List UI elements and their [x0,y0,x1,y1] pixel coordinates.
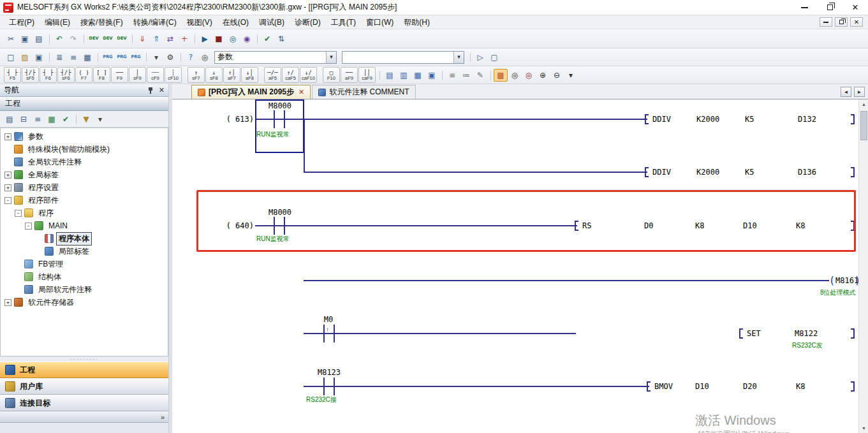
display-setting-dropdown-icon[interactable]: ▾ [149,51,163,64]
monitor-mode-icon[interactable]: ▣ [425,69,439,82]
program-icon-1[interactable]: PRG [101,51,115,64]
tab-device-comment[interactable]: 软元件注释 COMMENT [312,85,415,99]
tree-item[interactable]: - 程序部件 [1,194,168,207]
watch-window-icon[interactable]: ◎ [226,33,240,45]
tree-item[interactable]: FB管理 [1,258,168,270]
minimize-button[interactable] [791,0,817,15]
tree-item[interactable]: + 软元件存储器 [1,296,168,309]
menu-item[interactable]: 工程(P) [4,15,40,29]
filter-dropdown-arrow-icon[interactable]: ▾ [93,113,107,126]
vertical-scrollbar[interactable]: ▲ ▼ [858,99,868,433]
fkey-button[interactable]: ┤/├ sF5 [22,67,39,83]
expander-icon[interactable]: - [4,197,11,204]
filter-icon[interactable]: ▼ [79,113,93,126]
help-icon[interactable]: ? [184,51,198,64]
tree-item[interactable]: - 程序 [1,207,168,219]
fkey-button[interactable]: ↓│ aF8 [241,67,258,83]
menu-item[interactable]: 调试(B) [254,15,290,29]
fkey-button[interactable]: ↑│ aF7 [223,67,240,83]
cut-icon[interactable]: ✂ [4,33,18,45]
tree-item[interactable]: 程序本体 [1,232,168,245]
fkey-button[interactable]: [ ] F8 [93,67,110,83]
fkey-button[interactable]: ┤ ├ F5 [4,67,21,83]
new-project-icon[interactable]: □ [4,51,18,64]
panel-close-icon[interactable]: ✕ [159,87,165,94]
ladder-edit-mode-icon[interactable]: ▤ [383,69,397,82]
tab-scroll-right-button[interactable]: ► [854,87,865,97]
sort-icon[interactable]: ≡ [31,113,45,126]
check-icon[interactable]: ✔ [59,113,73,126]
note-edit-icon[interactable]: ✎ [473,69,487,82]
mdi-close-button[interactable]: ✕ [850,17,863,27]
window-arrange-icon[interactable]: ▢ [487,51,501,64]
navigator-view-button[interactable]: 工程 [0,362,168,378]
expander-icon[interactable]: + [4,184,11,191]
device-display-icon[interactable]: ▦ [80,51,94,64]
fkey-button[interactable]: ┄┄ cF9 [147,67,164,83]
fkey-button[interactable]: ↓ sF8 [205,67,223,83]
fkey-button[interactable]: ( ) F7 [75,67,92,83]
plc-verify-icon[interactable]: ⇄ [163,33,177,45]
expander-icon[interactable]: - [15,210,22,217]
monitor-stop-icon[interactable]: ■ [212,33,226,45]
fkey-button[interactable]: │ sF9 [129,67,146,83]
device-memory-monitor-icon[interactable]: DEV [115,33,129,45]
fkey-button[interactable]: ── F9 [111,67,128,83]
undo-icon[interactable]: ↶ [52,33,66,45]
transfer-setup-icon[interactable]: ⇅ [274,33,288,45]
menu-item[interactable]: 视图(V) [182,15,217,29]
zoom-dropdown-arrow-icon[interactable]: ▾ [564,69,578,82]
tool-setting-icon[interactable]: ⚙ [163,51,177,64]
ladder-display-icon[interactable]: ≣ [52,51,66,64]
project-tree[interactable]: + 参数 特殊模块(智能功能模块) 全局软元件注释 + [0,128,168,356]
comment-edit-icon[interactable]: ≡ [445,69,459,82]
menu-item[interactable]: 窗口(W) [361,15,399,29]
scrollbar-thumb[interactable] [860,111,867,140]
tab-close-icon[interactable]: ✕ [298,88,304,96]
device-test-icon[interactable]: ◉ [240,33,254,45]
menu-item[interactable]: 工具(T) [326,15,361,29]
find-device-icon[interactable]: ◎ [198,51,212,64]
device-comment-page-icon[interactable]: ▷ [473,51,487,64]
navigator-view-button[interactable]: 用户库 [0,378,168,395]
scroll-down-arrow-icon[interactable]: ▼ [859,423,868,433]
collapse-all-icon[interactable]: ⊟ [17,113,31,126]
fkey-button[interactable]: ↑/ caF5 [282,67,299,83]
zoom-find-icon[interactable]: ◎ [508,69,522,82]
tree-item[interactable]: 局部软元件注释 [1,283,168,296]
menu-item[interactable]: 诊断(D) [290,15,326,29]
close-button[interactable]: ✕ [842,0,868,15]
tree-item[interactable]: - MAIN [1,219,168,232]
tree-item[interactable]: 结构体 [1,270,168,283]
tree-item[interactable]: + 程序设置 [1,181,168,194]
fkey-button[interactable]: ── aF9 [341,67,358,83]
chevron-overflow-icon[interactable]: » [161,413,165,421]
find-replace-icon[interactable]: ◎ [522,69,536,82]
write-mode-icon[interactable]: ▦ [411,69,425,82]
program-check-icon[interactable]: ✔ [260,33,274,45]
keyword-combo[interactable]: 参数 ▼ [214,51,337,64]
paste-icon[interactable]: ▤ [32,33,46,45]
restore-button[interactable] [817,0,842,15]
tab-prg-main[interactable]: [PRG]写入 MAIN 2095步 ✕ [191,85,311,99]
tab-scroll-left-button[interactable]: ◄ [841,87,851,97]
read-mode-icon[interactable]: ▥ [397,69,411,82]
navigator-view-button[interactable]: 连接目标 [0,395,168,411]
mdi-minimize-button[interactable] [820,17,832,27]
plc-read-icon[interactable]: ⇑ [149,33,163,45]
combo-dropdown-arrow[interactable]: ▼ [326,52,336,63]
scroll-up-arrow-icon[interactable]: ▲ [859,99,868,109]
tree-item[interactable]: 局部标签 [1,245,168,258]
device-memory-write-icon[interactable]: DEV [87,33,101,45]
menu-item[interactable]: 在线(O) [217,15,254,29]
tree-item[interactable]: + 全局标签 [1,168,168,181]
fkey-button[interactable]: ┤/├ sF6 [57,67,75,83]
plc-write-icon[interactable]: ⇓ [135,33,149,45]
monitor-start-icon[interactable]: ▶ [198,33,212,45]
fkey-button[interactable]: □ F10 [323,67,340,83]
tree-item[interactable]: 全局软元件注释 [1,156,168,168]
save-project-icon[interactable]: ▣ [32,51,46,64]
parameter-display-icon[interactable]: ▤ [3,113,17,126]
combo-dropdown-arrow[interactable]: ▼ [453,52,464,63]
menu-item[interactable]: 编辑(E) [40,15,75,29]
